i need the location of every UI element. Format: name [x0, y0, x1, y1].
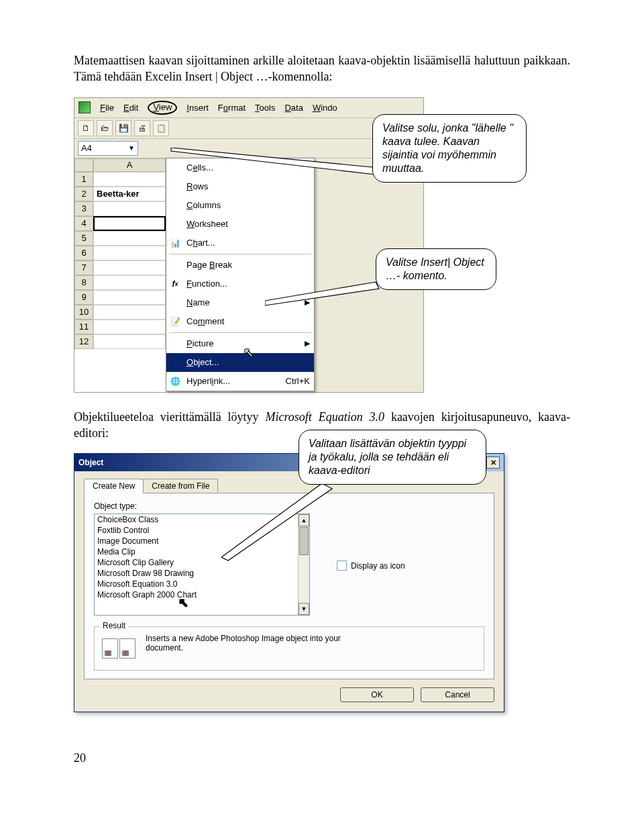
- menu-separator: [169, 332, 311, 333]
- tab-create-new[interactable]: Create New: [84, 479, 144, 493]
- page-number: 20: [74, 751, 86, 765]
- menu-picture[interactable]: Picture▶: [166, 334, 314, 353]
- row-head-1[interactable]: 1: [74, 172, 93, 187]
- cell-a12[interactable]: [93, 334, 166, 349]
- new-icon[interactable]: 🗋: [78, 120, 94, 136]
- row-head-8[interactable]: 8: [74, 275, 93, 290]
- result-legend: Result: [100, 621, 128, 630]
- row-head-11[interactable]: 11: [74, 320, 93, 334]
- cell-a5[interactable]: [93, 231, 166, 246]
- cell-a7[interactable]: [93, 260, 166, 275]
- clipboard-icon[interactable]: 📋: [153, 120, 169, 136]
- menu-separator: [169, 254, 311, 254]
- excel-menu-bar: FFileile Edit View Insert Format Tools D…: [74, 98, 423, 118]
- dialog-title: Object: [78, 458, 103, 467]
- row-head-5[interactable]: 5: [74, 231, 93, 246]
- excel-toolbar: 🗋 🗁 💾 🖨 📋: [74, 118, 423, 139]
- chart-icon: 📊: [169, 237, 181, 249]
- row-head-2[interactable]: 2: [74, 187, 93, 201]
- scroll-down-icon[interactable]: ▼: [299, 603, 309, 615]
- col-header-a[interactable]: A: [93, 158, 166, 172]
- cell-a11[interactable]: [93, 320, 166, 334]
- dropdown-icon[interactable]: ▼: [128, 144, 135, 152]
- submenu-arrow-icon: ▶: [305, 339, 310, 348]
- menu-data[interactable]: Data: [284, 103, 303, 113]
- list-item[interactable]: Microsoft Graph 2000 Chart: [95, 589, 309, 600]
- fx-icon: fx: [169, 278, 181, 290]
- result-icon: [101, 634, 136, 663]
- row-head-3[interactable]: 3: [74, 201, 93, 216]
- menu-tools[interactable]: Tools: [255, 103, 275, 113]
- tab-create-from-file[interactable]: Create from File: [143, 479, 218, 493]
- callout-select-type: Valitaan lisättävän objektin tyyppi ja t…: [299, 430, 486, 485]
- menu-worksheet[interactable]: Worksheet: [166, 215, 314, 234]
- callout-insert-object: Valitse Insert| Object …- komento.: [376, 248, 496, 290]
- menu-hyperlink[interactable]: 🌐Hyperlink...Ctrl+K: [166, 372, 314, 391]
- open-icon[interactable]: 🗁: [97, 120, 113, 136]
- display-as-icon-checkbox[interactable]: Display as icon: [337, 561, 405, 571]
- menu-format[interactable]: Format: [218, 103, 246, 113]
- menu-insert[interactable]: Insert: [186, 103, 209, 113]
- globe-icon: 🌐: [169, 375, 181, 387]
- comment-icon: 📝: [169, 316, 181, 328]
- cell-a4[interactable]: [93, 216, 166, 231]
- select-all-corner[interactable]: [74, 158, 93, 172]
- cell-a2[interactable]: Beetta-ker: [93, 187, 166, 201]
- cell-a3[interactable]: [93, 201, 166, 216]
- result-group: Result Inserts a new Adobe Photoshop Ima…: [94, 626, 484, 671]
- spreadsheet-grid: A 1 2Beetta-ker 3 4 5 6 7 8 9 10 11 12: [74, 158, 166, 392]
- shortcut-text: Ctrl+K: [286, 376, 310, 386]
- excel-screenshot: FFileile Edit View Insert Format Tools D…: [74, 97, 424, 393]
- list-item[interactable]: Microsoft Equation 3.0: [95, 579, 309, 589]
- list-item[interactable]: Microsoft Draw 98 Drawing: [95, 568, 309, 579]
- callout-select-cell: Valitse solu, jonka "lähelle " kaava tul…: [372, 114, 527, 183]
- cell-a9[interactable]: [93, 290, 166, 305]
- row-head-9[interactable]: 9: [74, 290, 93, 305]
- row-head-4[interactable]: 4: [74, 216, 93, 231]
- menu-view[interactable]: View: [148, 101, 177, 115]
- save-icon[interactable]: 💾: [115, 120, 131, 136]
- menu-object[interactable]: Object...: [166, 353, 314, 372]
- ok-button[interactable]: OK: [340, 687, 414, 702]
- checkbox-label: Display as icon: [351, 561, 405, 571]
- menu-comment[interactable]: 📝Comment: [166, 312, 314, 331]
- cancel-button[interactable]: Cancel: [421, 687, 494, 702]
- cell-a1[interactable]: [93, 172, 166, 187]
- name-box-value: A4: [81, 143, 92, 153]
- menu-window[interactable]: Windo: [313, 103, 337, 113]
- cell-a8[interactable]: [93, 275, 166, 290]
- cell-a10[interactable]: [93, 305, 166, 320]
- cell-a6[interactable]: [93, 246, 166, 260]
- menu-file[interactable]: FFileile: [100, 103, 114, 113]
- row-head-10[interactable]: 10: [74, 305, 93, 320]
- result-text: Inserts a new Adobe Photoshop Image obje…: [146, 634, 374, 653]
- row-head-6[interactable]: 6: [74, 246, 93, 260]
- menu-chart[interactable]: 📊Chart...: [166, 234, 314, 252]
- print-icon[interactable]: 🖨: [134, 120, 150, 136]
- row-head-7[interactable]: 7: [74, 260, 93, 275]
- name-box[interactable]: A4 ▼: [78, 141, 138, 156]
- close-icon[interactable]: ✕: [486, 456, 500, 469]
- menu-edit[interactable]: Edit: [123, 103, 138, 113]
- excel-icon: [78, 101, 91, 113]
- row-head-12[interactable]: 12: [74, 334, 93, 349]
- paragraph-intro: Matemaattisen kaavan sijoittaminen arkil…: [74, 52, 570, 85]
